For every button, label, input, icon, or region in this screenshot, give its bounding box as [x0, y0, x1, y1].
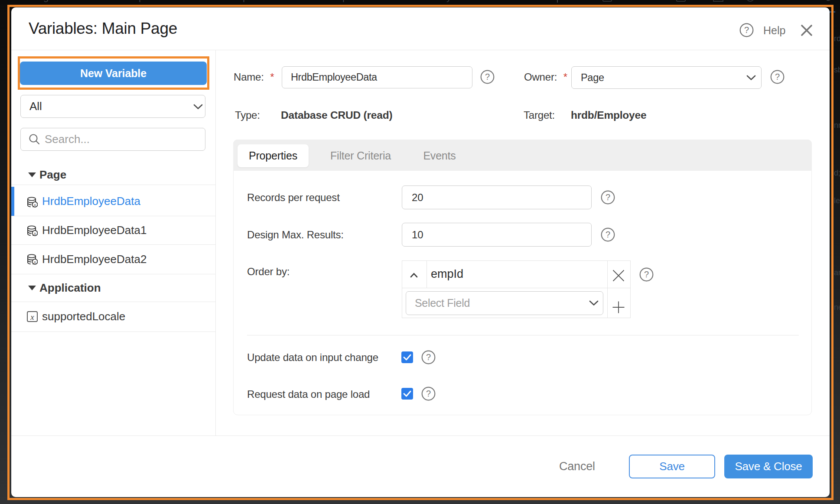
svg-text:?: ?	[606, 192, 610, 202]
svg-text:x: x	[33, 260, 36, 264]
svg-text:x: x	[33, 231, 36, 236]
svg-text:?: ?	[485, 72, 490, 81]
svg-text:?: ?	[744, 25, 749, 35]
svg-text:?: ?	[426, 352, 431, 362]
svg-text:?: ?	[426, 389, 431, 398]
svg-text:?: ?	[606, 230, 610, 239]
svg-text:x: x	[33, 202, 36, 207]
svg-text:?: ?	[644, 270, 649, 279]
svg-text:?: ?	[775, 72, 780, 81]
